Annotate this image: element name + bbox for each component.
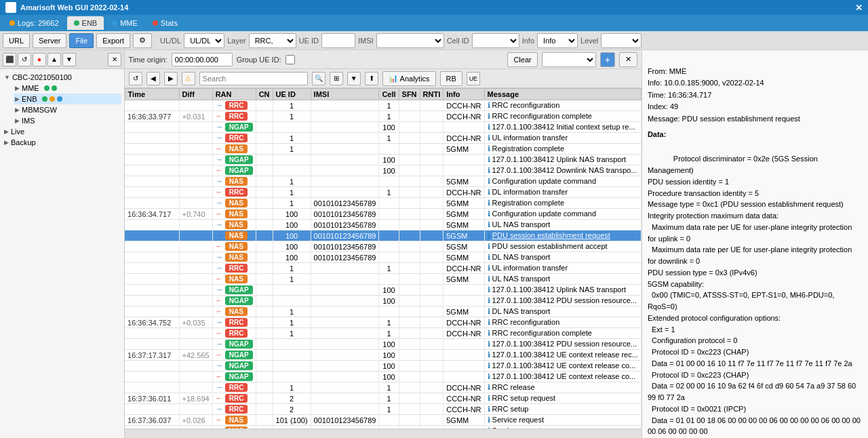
table-row[interactable]: 16:37:36.011 +18.694 ← RRC 2 1 CCCH-NR ℹ… (125, 393, 641, 404)
table-row[interactable]: → NAS 1 5GMM ℹ Configuration update comm… (125, 176, 641, 187)
sidebar-item-enb[interactable]: ▶ ENB (14, 94, 121, 104)
table-row[interactable]: ← NAS 1 5GMM ℹ DL NAS transport (125, 306, 641, 317)
filter-select[interactable] (542, 52, 596, 67)
tab-bar: Logs: 29662 ENB MME Stats (0, 15, 868, 31)
table-row[interactable]: 16:36:34.752 +0.035 → RRC 1 1 DCCH-NR ℹ … (125, 317, 641, 328)
cell-cell: 1 (379, 111, 399, 122)
export2-btn[interactable]: ⬆ (365, 72, 378, 85)
table-row[interactable]: ← NAS 1 5GMM ℹ Registration complete (125, 144, 641, 155)
table-row[interactable]: 16:37:17.317 +42.565 ← NGAP 100 ℹ 127.0.… (125, 350, 641, 361)
grid-btn[interactable]: ⊞ (330, 72, 343, 85)
cell-ue-id: 1 (273, 306, 311, 317)
tree-item-root[interactable]: ▼ CBC-2021050100 (3, 72, 121, 83)
url-btn[interactable]: URL (3, 33, 30, 48)
table-row[interactable]: 16:37:36.037 +0.026 ← NAS 101 (100) 0010… (125, 415, 641, 426)
cell-sfn (399, 285, 420, 296)
ue-btn[interactable]: UE (467, 72, 480, 85)
table-row[interactable]: → NAS 100 001010123456789 5GMM ℹ UL NAS … (125, 220, 641, 231)
cell-cell: 100 (379, 296, 399, 306)
info-select[interactable]: Info (537, 33, 578, 48)
analytics-btn[interactable]: 📊 Analytics (382, 71, 436, 86)
cell-info: DCCH-NR (443, 133, 484, 144)
table-row[interactable]: → NGAP 100 ℹ 127.0.1.100:38412 Uplink NA… (125, 155, 641, 165)
filter-btn[interactable]: ▼ (347, 72, 361, 85)
layer-select[interactable]: RRC,NASNGAP (249, 33, 296, 48)
warning-btn[interactable]: ⚠ (182, 72, 195, 85)
table-row[interactable]: → RRC 1 1 DCCH-NR ℹ UL information trans… (125, 133, 641, 144)
close-icon[interactable]: ✕ (855, 3, 863, 13)
arrow-right-icon: → (216, 123, 223, 131)
sidebar-btn1[interactable]: ⬛ (3, 53, 16, 66)
ran-badge: NAS (225, 144, 248, 153)
ul-dl-select[interactable]: UL/DLULDL (184, 33, 224, 48)
table-row[interactable]: → NGAP 100 ℹ 127.0.1.100:38412 Uplink NA… (125, 285, 641, 296)
table-row[interactable]: ← RRC 1 1 DCCH-NR ℹ RRC reconfiguration … (125, 328, 641, 339)
table-row[interactable]: → NGAP 100 ℹ 127.0.1.100:38412 PDU sessi… (125, 339, 641, 350)
table-row[interactable]: ← RRC 1 1 DCCH-NR ℹ DL information trans… (125, 187, 641, 198)
table-row[interactable]: ← NGAP 100 ℹ 127.0.1.100:38412 UE contex… (125, 372, 641, 382)
clear-btn[interactable]: Clear (507, 52, 537, 67)
table-row[interactable]: → RRC 2 1 CCCH-NR ℹ RRC setup (125, 404, 641, 415)
table-row[interactable]: ← NGAP 100 ℹ 127.0.1.100:38412 Downlink … (125, 165, 641, 176)
rb-btn[interactable]: RB (440, 71, 462, 86)
sidebar-close-btn[interactable]: ✕ (108, 53, 121, 66)
prev-btn[interactable]: ◀ (146, 72, 160, 85)
table-row[interactable]: → NAS 100 001010123456789 5GMM ℹ DL NAS … (125, 252, 641, 263)
cell-rnti (420, 133, 443, 144)
table-row[interactable]: → NGAP 100 ℹ 127.0.1.100:38412 UE contex… (125, 361, 641, 372)
ue-id-input[interactable] (321, 33, 355, 48)
cell-diff (179, 263, 212, 274)
group-ue-checkbox[interactable] (285, 55, 295, 64)
table-row[interactable]: → NGAP 100 ℹ 127.0.1.100:38412 Initial c… (125, 122, 641, 133)
search-icon-btn[interactable]: 🔍 (312, 72, 326, 85)
sidebar-item-ims[interactable]: ▶ IMS (14, 115, 121, 126)
refresh-btn[interactable]: ↺ (129, 72, 142, 85)
cell-id-select[interactable] (472, 33, 519, 48)
sidebar-btn3[interactable]: ● (33, 53, 46, 66)
bottom-scrollbar[interactable] (125, 429, 642, 438)
cell-cell: 1 (379, 393, 399, 404)
tab-mme[interactable]: MME (105, 16, 144, 30)
table-row[interactable]: ← NAS 100 001010123456789 5GSM ℹ PDU ses… (125, 241, 641, 252)
table-row[interactable]: → RRC 1 1 DCCH-NR ℹ RRC reconfiguration (125, 100, 641, 111)
export-btn[interactable]: Export (96, 33, 130, 48)
sidebar-btn4[interactable]: ▲ (47, 53, 61, 66)
time-origin-input[interactable] (172, 53, 233, 66)
table-row[interactable]: 16:36:34.717 +0.740 ← NAS 100 0010101234… (125, 209, 641, 220)
cell-cn (256, 155, 273, 165)
table-row[interactable]: ← NGAP 100 ℹ 127.0.1.100:38412 PDU sessi… (125, 296, 641, 306)
server-btn[interactable]: Server (33, 33, 66, 48)
tab-stats[interactable]: Stats (146, 16, 184, 30)
cell-rnti (420, 252, 443, 263)
cell-rnti (420, 165, 443, 176)
file-btn[interactable]: File (69, 33, 94, 48)
settings-btn[interactable]: ⚙ (133, 33, 152, 48)
table-row[interactable]: 16:36:33.977 +0.031 ← RRC 1 1 DCCH-NR ℹ … (125, 111, 641, 122)
table-row[interactable]: → RRC 1 1 DCCH-NR ℹ RRC release (125, 382, 641, 393)
table-row[interactable]: ← NAS 1 5GMM ℹ UL NAS transport (125, 274, 641, 285)
table-row[interactable]: → NAS 1 001010123456789 5GMM ℹ Registrat… (125, 198, 641, 209)
sidebar-item-mme[interactable]: ▶ MME (14, 83, 121, 94)
filter-close-btn[interactable]: ✕ (619, 52, 637, 67)
cell-time (125, 252, 179, 263)
table-row[interactable]: → NAS 100 001010123456789 5GSM ℹ PDU ses… (125, 231, 641, 241)
imsi-label: IMSI (358, 37, 374, 45)
level-select[interactable] (601, 33, 642, 48)
sidebar-item-backup[interactable]: ▶ Backup (3, 137, 121, 148)
imsi-select[interactable] (376, 33, 444, 48)
tab-logs[interactable]: Logs: 29662 (3, 16, 66, 30)
cell-cell: 1 (379, 404, 399, 415)
analytics-icon: 📊 (389, 74, 398, 83)
next-btn[interactable]: ▶ (164, 72, 178, 85)
cell-cell (379, 220, 399, 231)
sidebar-btn5[interactable]: ▼ (62, 53, 76, 66)
sidebar-item-mbmsgw[interactable]: ▶ MBMSGW (14, 104, 121, 115)
sidebar-btn2[interactable]: ↺ (18, 53, 31, 66)
cell-ue-id (273, 122, 311, 133)
sidebar-item-live[interactable]: ▶ Live (3, 126, 121, 137)
add-filter-btn[interactable]: + (600, 52, 615, 67)
tab-enb[interactable]: ENB (67, 16, 104, 30)
search-input[interactable] (199, 72, 308, 85)
ran-badge: RRC (225, 405, 248, 414)
table-row[interactable]: → RRC 1 1 DCCH-NR ℹ UL information trans… (125, 263, 641, 274)
